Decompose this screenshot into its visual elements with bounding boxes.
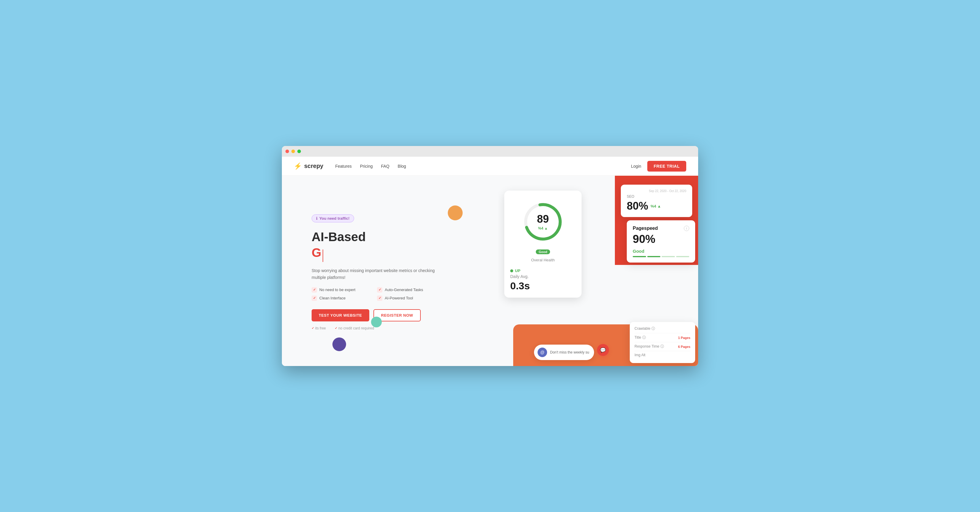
- feature-item-1: No need to be expert: [312, 287, 371, 293]
- seo-detail-label-crawlable: Crawlable ⓘ: [635, 326, 655, 331]
- info-icon: ℹ: [316, 216, 318, 221]
- minimize-button[interactable]: [291, 149, 295, 153]
- chat-email-icon: @: [538, 348, 547, 357]
- progress-bar-1: [633, 256, 646, 257]
- test-website-button[interactable]: TEST YOUR WEBSITE: [312, 309, 369, 321]
- progress-bar-3: [662, 256, 675, 257]
- hero-title-line2: G: [312, 246, 498, 262]
- traffic-badge-text: You need traffic!: [319, 216, 350, 221]
- gauge-number: 89 %4 ▲: [537, 213, 549, 231]
- check-icon-2: [377, 287, 382, 293]
- feature-item-4: AI-Powered Tool: [377, 296, 436, 301]
- nav-pricing[interactable]: Pricing: [360, 164, 373, 169]
- seo-detail-label-response: Response Time ⓘ: [635, 344, 664, 349]
- feature-text-4: AI-Powered Tool: [385, 296, 413, 300]
- card-pagespeed: Pagespeed i 90% Good: [627, 220, 695, 262]
- title-bar: [282, 146, 698, 157]
- feature-item-2: Auto-Generated Tasks: [377, 287, 436, 293]
- progress-bar-2: [647, 256, 661, 257]
- nav-faq[interactable]: FAQ: [381, 164, 390, 169]
- cta-buttons: TEST YOUR WEBSITE REGISTER NOW: [312, 309, 498, 321]
- progress-bars: [633, 256, 689, 257]
- feature-item-3: Clean Interface: [312, 296, 371, 301]
- seo-detail-label-imgalt: Img Alt: [635, 353, 646, 357]
- feature-text-2: Auto-Generated Tasks: [385, 288, 423, 292]
- card-seo-details: Crawlable ⓘ Title ⓘ 1 Pages Response Tim…: [630, 322, 695, 363]
- decorative-circle-orange: [448, 205, 463, 220]
- navbar-left: ⚡ screpy Features Pricing FAQ Blog: [294, 162, 406, 170]
- seo-label: SEO: [627, 194, 686, 199]
- feature-text-1: No need to be expert: [319, 288, 355, 292]
- seo-detail-value-title: 1 Pages: [678, 336, 690, 340]
- nav-blog[interactable]: Blog: [398, 164, 406, 169]
- pagespeed-value: 90%: [633, 233, 689, 246]
- status-dot: [510, 269, 513, 272]
- status-up: UP: [510, 269, 576, 273]
- nav-features[interactable]: Features: [336, 164, 352, 169]
- gauge-change: %4 ▲: [538, 226, 548, 231]
- navbar: ⚡ screpy Features Pricing FAQ Blog Login…: [282, 157, 698, 176]
- gauge-value: 89: [537, 213, 549, 225]
- chat-bubble-button[interactable]: 💬: [597, 344, 609, 356]
- gauge-label: Overal Health: [531, 258, 555, 262]
- seo-percent: 80%: [627, 200, 648, 212]
- cta-notes: its free no credit card required: [312, 326, 498, 330]
- login-button[interactable]: Login: [631, 164, 641, 169]
- pagespeed-info-icon[interactable]: i: [684, 226, 689, 231]
- card-health: 89 %4 ▲ Good Overal Health UP Daily Avg.: [504, 191, 582, 297]
- seo-detail-row-response: Response Time ⓘ 6 Pages: [635, 344, 690, 351]
- logo[interactable]: ⚡ screpy: [294, 162, 323, 170]
- note-no-card: no credit card required: [335, 326, 374, 330]
- card-date: Sep 22, 2020 - Oct 22, 2020: [627, 189, 686, 193]
- decorative-circle-purple: [332, 337, 346, 351]
- close-button[interactable]: [285, 149, 289, 153]
- hero-left: ℹ You need traffic! AI-Based G Stop worr…: [282, 176, 498, 366]
- logo-text: screpy: [304, 163, 323, 170]
- navbar-right: Login FREE TRIAL: [631, 161, 686, 172]
- chat-text: Don't miss the weekly su: [550, 350, 589, 355]
- seo-detail-row-crawlable: Crawlable ⓘ: [635, 326, 690, 333]
- daily-avg-label: Daily Avg.: [510, 274, 576, 279]
- hero-right: 89 %4 ▲ Good Overal Health UP Daily Avg.: [498, 176, 698, 366]
- dashboard-cards: 89 %4 ▲ Good Overal Health UP Daily Avg.: [498, 182, 698, 366]
- progress-bar-4: [676, 256, 689, 257]
- cursor: [323, 250, 323, 262]
- seo-detail-row-title: Title ⓘ 1 Pages: [635, 335, 690, 342]
- features-grid: No need to be expert Auto-Generated Task…: [312, 287, 436, 301]
- free-trial-button[interactable]: FREE TRIAL: [647, 161, 686, 172]
- gauge-badge: Good: [536, 250, 550, 254]
- gauge-container: 89 %4 ▲: [520, 199, 565, 244]
- seo-detail-row-imgalt: Img Alt: [635, 353, 690, 359]
- traffic-badge: ℹ You need traffic!: [312, 215, 354, 223]
- card-seo: Sep 22, 2020 - Oct 22, 2020 SEO 80% %4 ▲: [621, 184, 692, 217]
- chat-widget: @ Don't miss the weekly su 💬: [534, 345, 594, 360]
- seo-detail-label-title: Title ⓘ: [635, 335, 646, 340]
- nav-links: Features Pricing FAQ Blog: [336, 164, 406, 169]
- seo-detail-value-response: 6 Pages: [678, 345, 690, 348]
- card-health-status: UP Daily Avg. 0.3s: [510, 269, 576, 292]
- hero-title-line1: AI-Based: [312, 229, 498, 245]
- daily-avg-value: 0.3s: [510, 280, 576, 292]
- status-up-text: UP: [515, 269, 520, 273]
- seo-change: %4 ▲: [651, 204, 661, 208]
- seo-value: 80% %4 ▲: [627, 200, 686, 212]
- note-free: its free: [312, 326, 326, 330]
- hero-section: ℹ You need traffic! AI-Based G Stop worr…: [282, 176, 698, 366]
- pagespeed-status: Good: [633, 248, 689, 254]
- logo-icon: ⚡: [294, 162, 302, 170]
- main-content: ⚡ screpy Features Pricing FAQ Blog Login…: [282, 157, 698, 366]
- pagespeed-label: Pagespeed: [633, 226, 658, 231]
- feature-text-3: Clean Interface: [319, 296, 345, 300]
- maximize-button[interactable]: [298, 149, 301, 153]
- decorative-circle-teal: [371, 316, 382, 328]
- hero-title-animated: G: [312, 246, 321, 259]
- browser-window: ⚡ screpy Features Pricing FAQ Blog Login…: [282, 146, 698, 366]
- check-icon-3: [312, 296, 317, 301]
- check-icon-4: [377, 296, 382, 301]
- pagespeed-header: Pagespeed i: [633, 226, 689, 231]
- check-icon-1: [312, 287, 317, 293]
- hero-description: Stop worrying about missing important we…: [312, 267, 436, 281]
